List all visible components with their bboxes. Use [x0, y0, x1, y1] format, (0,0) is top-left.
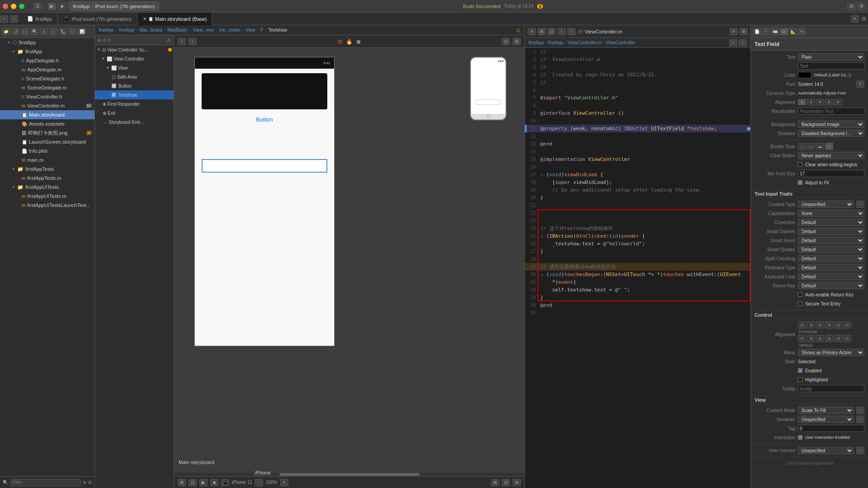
outline-item-first-responder[interactable]: ⊕ First Responder: [95, 99, 174, 108]
clear-when-checkbox[interactable]: [798, 162, 802, 167]
prop-smart-insert-select[interactable]: Default: [798, 237, 864, 244]
prop-bg-select[interactable]: Background Image: [798, 121, 864, 128]
prop-smart-quotes-select[interactable]: Default: [798, 246, 864, 253]
nav-item-firstapp-group[interactable]: ▼ 📁 firstApp: [0, 47, 94, 56]
prop-cap-select[interactable]: None: [798, 210, 864, 217]
nav-item-uitests-group[interactable]: ▼ 📁 firstAppUITests: [0, 183, 94, 192]
canvas-play-btn[interactable]: ▶: [199, 479, 208, 486]
nav-prev-button[interactable]: ‹: [0, 15, 8, 23]
prop-keyboard-look-select[interactable]: Default: [798, 273, 864, 280]
debug-nav-icon[interactable]: 🐛: [59, 28, 67, 35]
split-view-button[interactable]: ⊞: [847, 3, 855, 10]
settings-button[interactable]: ⚙: [857, 3, 865, 10]
code-inspect-btn[interactable]: ⊕: [740, 28, 748, 35]
font-picker-btn[interactable]: T: [856, 80, 864, 88]
prop-clear-btn-select[interactable]: Never appears: [798, 152, 864, 159]
canvas-stop-btn[interactable]: ■: [210, 479, 218, 486]
prop-content-type-select[interactable]: Unspecified: [798, 201, 854, 208]
v-align-leading2[interactable]: ⊡: [834, 335, 842, 342]
prop-disabled-bg-select[interactable]: Disabled Background I...: [798, 130, 864, 137]
code-bc-firstapp[interactable]: firstApp: [528, 40, 544, 45]
bc-firstapp[interactable]: firstApp: [99, 28, 114, 33]
code-content[interactable]: 1 // 2 // ViewController.m 3 // 4 // Cre…: [525, 48, 750, 488]
nav-item-infoplist[interactable]: 📄 Info.plist: [0, 146, 94, 155]
tab-firstapp[interactable]: 📄 firstApp: [22, 13, 58, 25]
border-round-btn[interactable]: ⬭: [825, 143, 833, 150]
nav-item-firstapp-root[interactable]: ▼ ⬡ firstApp: [0, 38, 94, 47]
nav-item-main-storyboard[interactable]: 📋 Main.storyboard: [0, 110, 94, 119]
filter-input[interactable]: [10, 479, 81, 486]
bc-view-troller[interactable]: Vie...troller: [219, 28, 241, 33]
v-align-fill[interactable]: ⊡: [825, 335, 833, 342]
prop-keyboard-type-select[interactable]: Default: [798, 264, 864, 271]
enabled-checkbox[interactable]: ✓: [798, 368, 802, 373]
inspector-attr-btn[interactable]: ⊡: [780, 28, 788, 35]
h-align-trailing[interactable]: ⊡: [843, 321, 851, 328]
tab-ipod[interactable]: 📱 iPod touch (7th generation): [58, 13, 137, 25]
outline-item-storyboard-entry[interactable]: → Storyboard Entr...: [95, 117, 174, 127]
outline-item-textshow[interactable]: F Textshow: [95, 90, 174, 99]
code-split-btn[interactable]: ⊡: [547, 28, 556, 35]
code-expand-btn[interactable]: ⊞: [538, 28, 546, 35]
canvas-layout2-btn[interactable]: ⊞: [491, 479, 499, 486]
h-align-left[interactable]: ⊡: [798, 321, 806, 328]
code-nav-prev[interactable]: ‹: [729, 39, 737, 47]
prop-placeholder-input[interactable]: [798, 108, 864, 115]
inspector-connect-btn[interactable]: ⟲: [798, 28, 806, 35]
align-right-btn[interactable]: ≡: [816, 99, 824, 105]
border-bezel-btn[interactable]: ▬: [816, 143, 824, 150]
align-justify-btn[interactable]: ≡: [825, 99, 833, 105]
bc-f[interactable]: F: [260, 28, 263, 33]
source-control-icon[interactable]: ⎇: [11, 28, 19, 35]
split-editor-button[interactable]: ⊡: [859, 16, 868, 22]
bc-mai-base[interactable]: Mai(Base): [167, 28, 188, 33]
breakpoint-nav-icon[interactable]: ⬡: [68, 28, 76, 35]
scrollbar-thumb[interactable]: [279, 473, 420, 476]
canvas-fit-btn[interactable]: ⊡: [189, 479, 197, 486]
prop-return-key-select[interactable]: Default: [798, 282, 864, 289]
sim-home-button[interactable]: [486, 115, 490, 118]
issue-nav-icon[interactable]: ⚠: [40, 28, 48, 35]
v-align-bottom[interactable]: ⊡: [816, 335, 824, 342]
scheme-selector[interactable]: firstApp › iPod touch (7th generation): [69, 2, 159, 11]
prop-menu-select[interactable]: Shows as Primary Action: [798, 349, 864, 356]
outline-item-exit[interactable]: ⊗ Exit: [95, 108, 174, 117]
outline-item-vc[interactable]: ▼ ⬜ View Controller: [95, 54, 174, 63]
prop-correction-select[interactable]: Default: [798, 219, 864, 226]
align-left-btn[interactable]: ≡: [798, 99, 806, 105]
canvas-forward-btn[interactable]: ›: [189, 38, 197, 45]
outline-item-view[interactable]: ▼ ⬜ View: [95, 63, 174, 72]
nav-item-appdelegate-h[interactable]: h AppDelegate.h: [0, 56, 94, 65]
code-right-options[interactable]: ≡: [730, 28, 738, 35]
canvas-zoom-minus[interactable]: -: [255, 479, 263, 486]
highlighted-checkbox[interactable]: [798, 377, 802, 382]
code-bc-firstapp2[interactable]: firstApp: [548, 40, 563, 45]
prop-min-font-input[interactable]: [798, 170, 864, 177]
project-nav-icon[interactable]: 📁: [2, 28, 10, 35]
nav-item-viewcontroller-h[interactable]: h ViewController.h: [0, 92, 94, 101]
prop-spell-select[interactable]: Default: [798, 255, 864, 262]
canvas-zoom-plus[interactable]: +: [280, 479, 288, 486]
canvas-grid-btn[interactable]: ⊡: [502, 479, 510, 486]
semantic-arrow[interactable]: ›: [856, 416, 864, 423]
code-bc-vcm[interactable]: ViewController.m: [568, 40, 602, 45]
canvas-back-btn[interactable]: ‹: [178, 38, 186, 45]
outline-item-safe-area[interactable]: ⬡ Safe Area: [95, 72, 174, 81]
sidebar-toggle-button[interactable]: ☰: [33, 3, 42, 10]
interaction-checkbox[interactable]: ✓: [798, 435, 802, 440]
bc-textshow[interactable]: Textshow: [268, 28, 287, 33]
canvas-layout-btn[interactable]: ⊞: [178, 479, 186, 486]
color-swatch[interactable]: [798, 72, 811, 78]
find-nav-icon[interactable]: 🔍: [30, 28, 38, 35]
nav-item-uitests-m[interactable]: m firstAppUITests.m: [0, 192, 94, 201]
canvas-adjust-btn[interactable]: ⊡: [502, 38, 510, 45]
inspector-size-btn[interactable]: 📐: [789, 28, 797, 35]
report-nav-icon[interactable]: 📊: [78, 28, 86, 35]
bc-view-ene[interactable]: View...ene: [193, 28, 214, 33]
code-back-btn[interactable]: ‹: [557, 28, 566, 35]
filter-options-icon[interactable]: ⊕: [83, 480, 86, 485]
h-align-fill[interactable]: ⊡: [825, 321, 833, 328]
v-align-top[interactable]: ⊡: [798, 335, 806, 342]
storyboard-canvas[interactable]: 9:41 Button: [174, 48, 524, 476]
tab-storyboard[interactable]: ✕ 📋 Main.storyboard (Base): [137, 13, 212, 25]
